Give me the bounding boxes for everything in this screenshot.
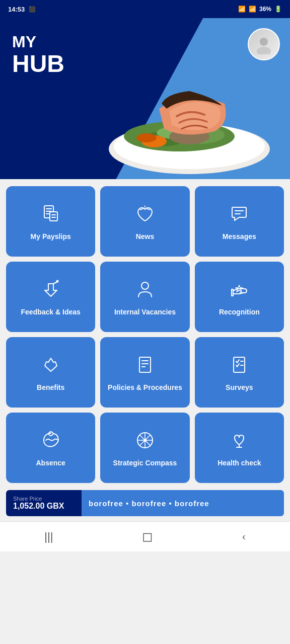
- news-icon: [135, 204, 155, 227]
- avatar[interactable]: [248, 28, 280, 60]
- wifi-icon: 📶: [238, 6, 246, 13]
- payslips-icon: [41, 204, 61, 227]
- grid-item-benefits[interactable]: Benefits: [6, 337, 95, 408]
- signal-icon: 📶: [249, 6, 256, 13]
- ticker-scroll: borofree • borofree • borofree: [82, 490, 284, 516]
- svg-point-34: [143, 439, 147, 442]
- home-button[interactable]: ◻: [130, 525, 165, 548]
- svg-point-21: [141, 282, 149, 289]
- grid-item-label-surveys: Surveys: [226, 383, 253, 392]
- grid-item-strategic-compass[interactable]: Strategic Compass: [100, 413, 189, 483]
- back-button[interactable]: ‹: [230, 527, 258, 546]
- home-icon: ◻: [142, 529, 153, 544]
- avatar-image: [254, 34, 274, 54]
- menu-button[interactable]: |||: [32, 526, 65, 547]
- grid-item-internal-vacancies[interactable]: Internal Vacancies: [100, 262, 189, 332]
- grid-item-label-feedback-ideas: Feedback & Ideas: [21, 307, 81, 316]
- compass-icon: [135, 430, 155, 453]
- grid-item-policies-procedures[interactable]: Policies & Procedures: [100, 337, 189, 408]
- grid-item-label-health-check: Health check: [218, 458, 261, 467]
- recognition-icon: [229, 279, 249, 302]
- hero-my: MY: [12, 33, 64, 51]
- grid-item-absence[interactable]: Absence: [6, 413, 95, 483]
- svg-point-0: [260, 38, 268, 46]
- grid-item-label-policies-procedures: Policies & Procedures: [108, 383, 182, 392]
- menu-grid: My PayslipsNewsMessagesFeedback & IdeasI…: [0, 179, 290, 486]
- messages-icon: [229, 204, 249, 227]
- grid-item-surveys[interactable]: Surveys: [195, 337, 284, 408]
- notification-icon: ⬛: [29, 6, 36, 13]
- grid-item-messages[interactable]: Messages: [195, 186, 284, 257]
- absence-icon: [41, 430, 61, 453]
- status-bar-left: 14:53 ⬛: [8, 6, 36, 13]
- share-price-label: Share Price: [13, 496, 75, 502]
- grid-item-label-benefits: Benefits: [37, 383, 64, 392]
- grid-item-my-payslips[interactable]: My Payslips: [6, 186, 95, 257]
- grid-item-label-strategic-compass: Strategic Compass: [113, 458, 177, 467]
- svg-point-20: [56, 280, 58, 282]
- svg-rect-15: [50, 212, 57, 221]
- grid-item-label-news: News: [136, 232, 155, 241]
- share-price-value: 1,052.00 GBX: [13, 502, 75, 511]
- benefits-icon: [41, 355, 61, 378]
- vacancies-icon: [135, 279, 155, 302]
- grid-item-news[interactable]: News: [100, 186, 189, 257]
- ticker-bar: Share Price 1,052.00 GBX borofree • boro…: [0, 486, 290, 521]
- grid-item-label-my-payslips: My Payslips: [31, 232, 71, 241]
- grid-item-recognition[interactable]: Recognition: [195, 262, 284, 332]
- battery-icon: 🔋: [274, 6, 282, 13]
- svg-point-1: [257, 47, 271, 54]
- surveys-icon: [229, 355, 249, 378]
- policies-icon: [135, 355, 155, 378]
- status-bar-right: 📶 📶 36% 🔋: [238, 6, 282, 13]
- grid-item-label-absence: Absence: [36, 458, 65, 467]
- grid-item-label-messages: Messages: [223, 232, 256, 241]
- share-price-box: Share Price 1,052.00 GBX: [6, 490, 82, 516]
- bottom-nav: ||| ◻ ‹: [0, 521, 290, 551]
- battery-text: 36%: [259, 6, 271, 13]
- food-plate-svg: [89, 58, 280, 179]
- menu-icon: |||: [44, 530, 53, 543]
- hero-hub: HUB: [12, 51, 64, 77]
- status-bar: 14:53 ⬛ 📶 📶 36% 🔋: [0, 0, 290, 18]
- svg-rect-22: [139, 357, 151, 372]
- back-icon: ‹: [242, 531, 246, 542]
- time: 14:53: [8, 6, 25, 13]
- grid-item-health-check[interactable]: Health check: [195, 413, 284, 483]
- ticker-inner: Share Price 1,052.00 GBX borofree • boro…: [6, 490, 284, 516]
- grid-item-feedback-ideas[interactable]: Feedback & Ideas: [6, 262, 95, 332]
- hero-section: MY HUB: [0, 18, 290, 179]
- ticker-text: borofree • borofree • borofree: [89, 499, 209, 508]
- grid-item-label-internal-vacancies: Internal Vacancies: [114, 307, 176, 316]
- food-image: [79, 48, 290, 179]
- svg-point-9: [136, 133, 157, 142]
- health-icon: [229, 430, 249, 453]
- grid-item-label-recognition: Recognition: [219, 307, 260, 316]
- hero-title: MY HUB: [12, 33, 64, 77]
- feedback-icon: [41, 279, 61, 302]
